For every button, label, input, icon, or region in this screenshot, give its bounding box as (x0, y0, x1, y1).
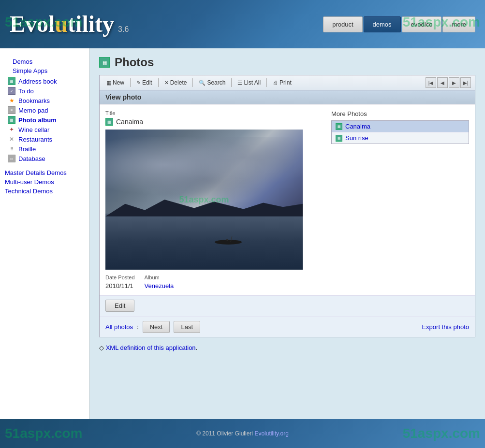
sidebar-link-braille[interactable]: Braille (18, 145, 36, 153)
photo-title-text: Canaima (116, 118, 143, 126)
export-link[interactable]: Export this photo (422, 323, 469, 331)
nav-product[interactable]: product (323, 16, 362, 32)
more-photos-header: More Photos (331, 110, 469, 117)
book-icon: ▦ (8, 77, 15, 85)
sidebar-item-braille[interactable]: ⠿ Braille (0, 144, 89, 154)
nav-next-btn[interactable]: ▶ (449, 77, 459, 88)
more-photos-item-sunrise[interactable]: ▦ Sun rise (332, 132, 469, 144)
mp-icon-canaima: ▦ (336, 123, 342, 130)
delete-icon: ✕ (164, 80, 169, 86)
sidebar-item-bookmarks[interactable]: ★ Bookmarks (0, 96, 89, 105)
toolbar-search-label: Search (207, 79, 225, 86)
content-area: ▦ Photos ▦ New ✎ Edit ✕ Delete 🔍 Search (89, 48, 485, 419)
sidebar-item-database[interactable]: ▭ Database (0, 154, 89, 163)
sidebar: Demos Simple Apps ▦ Address book ✓ To do… (0, 48, 89, 419)
date-value: 2010/11/1 (105, 282, 135, 289)
photo-image: 51aspx.com (105, 130, 303, 270)
sidebar-link-memo-pad[interactable]: Memo pad (18, 107, 48, 114)
sidebar-link-wine-cellar[interactable]: Wine cellar (18, 126, 49, 133)
toolbar-edit-btn[interactable]: ✎ Edit (133, 78, 155, 87)
page-title-area: ▦ Photos (99, 56, 475, 69)
toolbar: ▦ New ✎ Edit ✕ Delete 🔍 Search ☰ List Al… (99, 75, 475, 90)
sidebar-item-memo-pad[interactable]: ≡ Memo pad (0, 105, 89, 115)
sidebar-link-database[interactable]: Database (18, 155, 45, 162)
nav-first-btn[interactable]: |◀ (426, 77, 436, 88)
sidebar-item-todo[interactable]: ✓ To do (0, 86, 89, 96)
sidebar-link-photo-album[interactable]: Photo album (18, 116, 57, 124)
sidebar-link-todo[interactable]: To do (18, 87, 34, 95)
page-title: Photos (115, 56, 154, 69)
next-button[interactable]: Next (143, 321, 170, 333)
nav-prev-btn[interactable]: ◀ (437, 77, 448, 88)
sidebar-link-address-book[interactable]: Address book (18, 78, 57, 85)
edit-icon: ✎ (136, 80, 141, 86)
main-layout: Demos Simple Apps ▦ Address book ✓ To do… (0, 48, 485, 419)
toolbar-delete-label: Delete (170, 79, 187, 86)
nav-demos[interactable]: demos (364, 16, 401, 32)
star-icon: ★ (8, 97, 15, 104)
toolbar-nav: |◀ ◀ ▶ ▶| (426, 77, 471, 88)
all-photos-link[interactable]: All photos (105, 323, 133, 331)
sidebar-simple-apps-link[interactable]: Simple Apps (5, 66, 84, 75)
sidebar-link-restaurants[interactable]: Restaurants (18, 136, 52, 143)
new-icon: ▦ (106, 80, 111, 86)
photo-icon: ▦ (8, 116, 15, 124)
toolbar-sep-5 (266, 78, 267, 87)
sidebar-master-demos[interactable]: Master Details Demos (0, 168, 89, 177)
photo-info-row: Date Posted 2010/11/1 Album Venezuela (105, 275, 325, 289)
toolbar-sep-3 (192, 78, 193, 87)
sidebar-item-address-book[interactable]: ▦ Address book (0, 76, 89, 86)
database-icon: ▭ (8, 155, 15, 162)
sidebar-technical-demos[interactable]: Technical Demos (0, 187, 89, 196)
more-photos-link-canaima[interactable]: Canaima (345, 123, 370, 130)
toolbar-delete-btn[interactable]: ✕ Delete (162, 78, 190, 87)
nav-more[interactable]: more (442, 16, 475, 32)
sidebar-item-photo-album[interactable]: ▦ Photo album (0, 115, 89, 125)
album-value[interactable]: Venezuela (145, 282, 174, 289)
colon-sep: : (137, 323, 139, 331)
restaurants-icon: ✕ (8, 135, 15, 143)
sidebar-item-restaurants[interactable]: ✕ Restaurants (0, 134, 89, 144)
more-photos-section: More Photos ▦ Canaima ▦ Sun rise (331, 110, 469, 289)
edit-button[interactable]: Edit (105, 300, 134, 312)
nav-last-btn[interactable]: ▶| (460, 77, 471, 88)
sidebar-multi-user-demos[interactable]: Multi-user Demos (0, 177, 89, 187)
page-title-icon: ▦ (99, 57, 110, 68)
bottom-nav: All photos : Next Last Export this photo (100, 317, 475, 337)
title-label: Title (105, 110, 325, 116)
more-photos-item-canaima[interactable]: ▦ Canaima (332, 121, 469, 132)
sidebar-item-wine-cellar[interactable]: ✦ Wine cellar (0, 125, 89, 134)
last-button[interactable]: Last (174, 321, 200, 333)
footer-copyright: © 2011 Olivier Giulieri (196, 430, 253, 437)
nav-evodico[interactable]: evodico (402, 16, 442, 32)
footer-text: © 2011 Olivier Giulieri Evolutility.org (196, 430, 289, 437)
toolbar-sep-4 (231, 78, 232, 87)
album-col: Album Venezuela (145, 275, 174, 289)
toolbar-search-btn[interactable]: 🔍 Search (196, 78, 228, 87)
date-col: Date Posted 2010/11/1 (105, 275, 135, 289)
more-photos-link-sunrise[interactable]: Sun rise (345, 134, 368, 142)
photo-title-icon: ▦ (105, 118, 113, 126)
logo-evo: Evol (10, 11, 55, 37)
mp-icon-sunrise: ▦ (336, 135, 342, 142)
toolbar-print-label: Print (279, 79, 292, 86)
list-all-icon: ☰ (237, 80, 242, 86)
toolbar-new-label: New (113, 79, 124, 86)
logo-u: u (55, 11, 68, 37)
toolbar-list-all-btn[interactable]: ☰ List All (235, 78, 264, 87)
panel-header: View photo (100, 90, 475, 104)
toolbar-edit-label: Edit (142, 79, 152, 86)
footer-watermark-left: 51aspx.com (5, 426, 82, 441)
memo-icon: ≡ (8, 106, 15, 114)
toolbar-print-btn[interactable]: 🖨 Print (270, 78, 294, 87)
toolbar-new-btn[interactable]: ▦ New (103, 78, 127, 87)
xml-link[interactable]: XML definition of this application (106, 344, 196, 351)
more-photos-list: ▦ Canaima ▦ Sun rise (331, 120, 469, 144)
album-label: Album (145, 275, 174, 280)
footer-site-link[interactable]: Evolutility.org (254, 430, 288, 437)
photo-section: Title ▦ Canaima (105, 110, 325, 289)
xml-suffix: . (196, 344, 198, 351)
sidebar-link-bookmarks[interactable]: Bookmarks (18, 97, 50, 104)
wine-icon: ✦ (8, 126, 15, 133)
sidebar-demos-link[interactable]: Demos (5, 57, 84, 66)
